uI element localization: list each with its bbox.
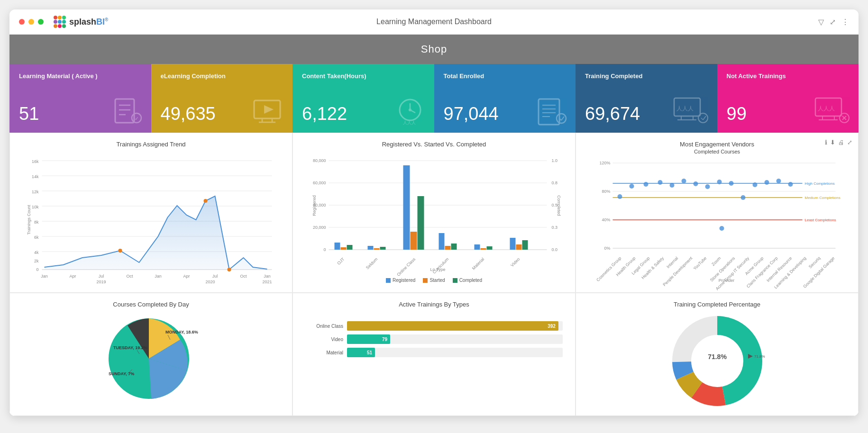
svg-text:Jul: Jul xyxy=(212,274,218,279)
hbar-track-video: 79 xyxy=(347,334,563,344)
svg-text:1.0: 1.0 xyxy=(552,158,558,163)
legend-completed-color xyxy=(453,278,457,283)
svg-text:60,000: 60,000 xyxy=(313,180,326,185)
svg-point-140 xyxy=(644,182,649,187)
close-button[interactable] xyxy=(19,19,25,25)
svg-rect-113 xyxy=(487,246,493,250)
legend-started-label: Started xyxy=(429,278,445,283)
svg-text:OJT: OJT xyxy=(336,257,345,266)
chart-training-percentage-title: Training Completed Percentage xyxy=(584,301,850,308)
svg-text:Trainings Count: Trainings Count xyxy=(27,205,31,235)
info-icon[interactable]: ℹ xyxy=(825,139,827,146)
svg-text:Cosmetics Group: Cosmetics Group xyxy=(595,256,622,282)
svg-point-38 xyxy=(698,113,708,123)
print-icon[interactable]: 🖨 xyxy=(838,139,844,146)
svg-point-147 xyxy=(729,181,734,186)
svg-text:0%: 0% xyxy=(604,246,610,251)
download-icon[interactable]: ⬇ xyxy=(830,139,835,146)
svg-text:Internal: Internal xyxy=(666,256,679,269)
svg-point-151 xyxy=(777,179,781,183)
svg-text:TUESDAY, 19.2%: TUESDAY, 19.2% xyxy=(113,345,147,350)
svg-text:14k: 14k xyxy=(32,174,39,179)
svg-text:80,000: 80,000 xyxy=(313,158,326,163)
legend-started: Started xyxy=(423,278,445,283)
svg-rect-114 xyxy=(510,238,516,250)
expand-icon[interactable]: ⤢ xyxy=(830,18,836,27)
chart-courses-by-day-title: Courses Completed By Day xyxy=(18,301,284,308)
svg-text:Video: Video xyxy=(510,257,521,268)
svg-text:80%: 80% xyxy=(602,189,610,194)
svg-text:Zoom: Zoom xyxy=(711,256,722,267)
kpi-label-training-completed: Training Completed xyxy=(585,72,708,80)
svg-point-153 xyxy=(720,226,724,231)
svg-text:SUNDAY, 7%: SUNDAY, 7% xyxy=(109,371,134,376)
logo-text: splashBI® xyxy=(69,17,108,27)
app-window: splashBI® Learning Management Dashboard … xyxy=(9,9,859,416)
svg-point-148 xyxy=(741,195,746,200)
svg-point-141 xyxy=(658,180,663,185)
svg-text:Medium Completions: Medium Completions xyxy=(805,196,841,200)
svg-rect-103 xyxy=(374,248,380,250)
chart-active-trainings-title: Active Trainings By Types xyxy=(301,301,567,308)
hbar-row-video: Video 79 xyxy=(305,334,563,344)
svg-point-139 xyxy=(630,184,634,189)
toolbar-icons: ▽ ⤢ ⋮ xyxy=(818,18,849,27)
legend-started-color xyxy=(423,278,428,283)
chart-engagement-title: Most Engagement VendorsCompleted Courses xyxy=(680,141,754,155)
svg-rect-101 xyxy=(347,245,353,250)
kpi-label-enrolled: Total Enrolled xyxy=(444,72,566,80)
legend-registered: Registered xyxy=(386,278,415,283)
svg-rect-108 xyxy=(439,233,445,250)
kpi-tile-not-active: Not Active Trainings 99 人人人 xyxy=(717,64,859,133)
elearning-icon xyxy=(252,97,285,125)
svg-text:Securiq: Securiq xyxy=(808,256,822,270)
svg-text:12k: 12k xyxy=(32,189,39,194)
window-controls xyxy=(19,19,44,25)
svg-rect-110 xyxy=(451,244,457,250)
hbar-label-video: Video xyxy=(305,337,343,342)
learning-material-icon: ✓ xyxy=(110,97,144,125)
svg-point-23 xyxy=(409,108,411,111)
svg-point-69 xyxy=(228,268,231,271)
svg-text:71.8%: 71.8% xyxy=(708,353,727,361)
svg-text:4k: 4k xyxy=(34,250,39,255)
hbar-val-material: 51 xyxy=(367,350,372,355)
svg-rect-25 xyxy=(539,99,559,125)
svg-point-146 xyxy=(717,180,722,184)
svg-text:8k: 8k xyxy=(34,220,39,225)
svg-line-40 xyxy=(703,116,706,120)
svg-text:2021: 2021 xyxy=(262,280,272,284)
chart-trainings-trend: Trainings Assigned Trend 16k 14k 12k 10k… xyxy=(9,133,292,293)
svg-rect-102 xyxy=(368,246,374,250)
hbar-val-online: 392 xyxy=(548,324,556,329)
svg-text:Registered: Registered xyxy=(312,195,317,216)
hbar-val-video: 79 xyxy=(382,337,387,342)
enrolled-icon xyxy=(535,97,568,125)
shop-header: Shop xyxy=(9,35,859,64)
svg-text:0: 0 xyxy=(323,247,326,252)
menu-icon[interactable]: ⋮ xyxy=(841,18,849,27)
svg-text:Jan: Jan xyxy=(264,274,271,279)
hbar-label-material: Material xyxy=(305,350,343,355)
hbar-track-material: 51 xyxy=(347,348,563,357)
legend-registered-color xyxy=(386,278,391,283)
title-bar: splashBI® Learning Management Dashboard … xyxy=(9,9,859,35)
svg-text:0: 0 xyxy=(36,267,38,272)
svg-point-2 xyxy=(62,16,66,19)
svg-text:Oct: Oct xyxy=(126,274,133,279)
hbar-label-online: Online Class xyxy=(305,324,343,329)
svg-text:40%: 40% xyxy=(602,217,610,222)
minimize-button[interactable] xyxy=(28,19,34,25)
svg-point-7 xyxy=(58,24,62,28)
svg-text:YouTube: YouTube xyxy=(692,256,707,271)
filter-icon[interactable]: ▽ xyxy=(818,18,824,27)
fullscreen-icon[interactable]: ⤢ xyxy=(847,139,852,146)
svg-line-32 xyxy=(561,117,564,120)
svg-text:10k: 10k xyxy=(32,205,39,209)
chart-engagement-subtitle: Completed Courses xyxy=(694,149,740,154)
maximize-button[interactable] xyxy=(38,19,44,25)
chart-trainings-trend-title: Trainings Assigned Trend xyxy=(18,141,284,148)
hbar-row-online: Online Class 392 xyxy=(305,321,563,331)
registered-vs-svg: 80,000 60,000 40,000 20,000 0 1.0 0.8 0.… xyxy=(301,153,567,272)
svg-point-150 xyxy=(765,180,769,185)
